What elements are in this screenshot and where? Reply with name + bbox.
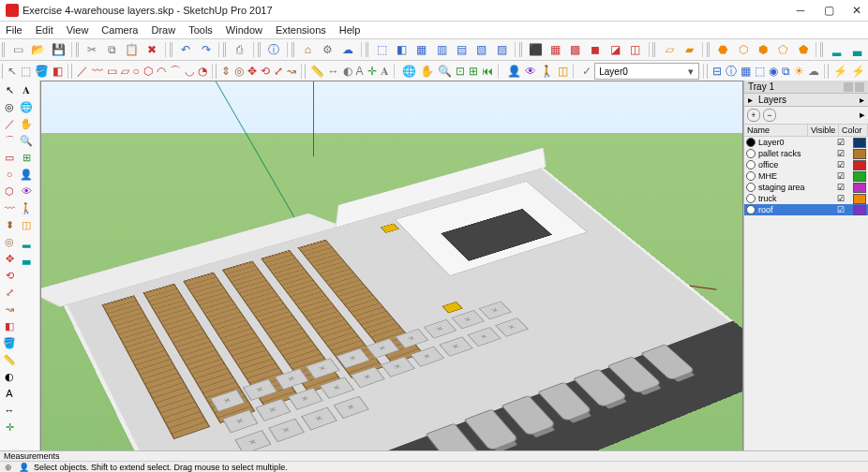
2pt-arc-icon[interactable]: ⌒	[169, 62, 182, 81]
layer-current-radio[interactable]	[746, 160, 756, 170]
3dwarehouse-icon[interactable]: ☁	[338, 40, 356, 59]
paint-icon[interactable]: 🪣	[34, 62, 50, 81]
cut-icon[interactable]: ✂	[83, 40, 101, 59]
line-tool-icon[interactable]: ／	[2, 116, 17, 131]
arc-icon[interactable]: ◠	[156, 62, 167, 81]
layer-current-radio[interactable]	[746, 171, 756, 181]
protractor-icon[interactable]: ◐	[342, 62, 353, 81]
chevron-down-icon[interactable]: ▾	[685, 66, 696, 78]
layers-detail-menu-icon[interactable]: ▸	[860, 109, 865, 122]
undo-icon[interactable]: ↶	[177, 40, 195, 59]
layer-visible-checkbox[interactable]: ☑	[829, 138, 853, 147]
sandbox-tool1-icon[interactable]: ▂	[19, 234, 34, 249]
freehand-tool-icon[interactable]: 〰	[2, 200, 17, 215]
add-layer-button[interactable]: +	[747, 109, 760, 122]
current-layer-input[interactable]	[597, 66, 685, 78]
text-tool-icon[interactable]: A	[2, 386, 17, 401]
sandbox-2-icon[interactable]: ▃	[848, 40, 866, 59]
menu-file[interactable]: File	[4, 23, 24, 37]
protractor-tool-icon[interactable]: ◐	[2, 369, 17, 384]
walk-icon[interactable]: 🚶	[539, 62, 555, 81]
3d-viewport[interactable]	[40, 81, 743, 451]
menu-edit[interactable]: Edit	[34, 23, 55, 37]
entity-info-icon[interactable]: ⓘ	[725, 62, 738, 81]
maximize-button[interactable]: ▢	[823, 5, 834, 16]
followme-tool-icon[interactable]: ↝	[2, 302, 17, 317]
new-icon[interactable]: ▭	[9, 40, 27, 59]
select-tool-icon[interactable]: ↖	[2, 82, 17, 97]
move-icon[interactable]: ✥	[247, 62, 258, 81]
layer-visible-checkbox[interactable]: ☑	[829, 183, 853, 192]
make-component-icon[interactable]: ⬚	[20, 62, 32, 81]
back-edges-icon[interactable]: ▰	[681, 40, 698, 59]
tape-tool-icon[interactable]: 📏	[2, 352, 17, 367]
orbit-icon[interactable]: 🌐	[401, 62, 417, 81]
circle-tool-icon[interactable]: ○	[2, 167, 17, 182]
panel-menu-icon[interactable]: ▸	[860, 95, 864, 105]
section-tool-icon[interactable]: ◫	[19, 217, 34, 232]
pie-icon[interactable]: ◔	[197, 62, 208, 81]
paint-tool-icon[interactable]: 🪣	[2, 335, 17, 350]
open-icon[interactable]: 📂	[29, 40, 47, 59]
paste-icon[interactable]: 📋	[123, 40, 141, 59]
axes-icon[interactable]: ✛	[367, 62, 378, 81]
sandbox-1-icon[interactable]: ▂	[828, 40, 846, 59]
layer-current-radio[interactable]	[746, 194, 756, 203]
dynamic-1-icon[interactable]: ⚡	[832, 62, 848, 81]
shadows-icon[interactable]: ☀	[793, 62, 805, 81]
3dtext-icon[interactable]: 𝐀	[380, 62, 390, 81]
camera-standard-icon[interactable]: ⬚	[372, 40, 390, 59]
save-icon[interactable]: 💾	[50, 40, 67, 59]
menu-extensions[interactable]: Extensions	[274, 23, 328, 37]
position-cam-tool-icon[interactable]: 👤	[19, 167, 34, 182]
rotate-tool-icon[interactable]: ⟲	[2, 268, 17, 283]
layer-color-swatch[interactable]	[853, 138, 866, 148]
dynamic-2-icon[interactable]: ⚡	[850, 62, 866, 81]
zoom-ext-tool-icon[interactable]: ⊞	[19, 150, 34, 165]
rotated-rect-icon[interactable]: ▱	[120, 62, 130, 81]
section-icon[interactable]: ◫	[557, 62, 569, 81]
close-button[interactable]: ✕	[851, 5, 862, 16]
redo-icon[interactable]: ↷	[197, 40, 215, 59]
sandbox-tool2-icon[interactable]: ▃	[19, 251, 34, 266]
materials-icon[interactable]: ▦	[740, 62, 752, 81]
camera-left-icon[interactable]: ▨	[492, 40, 510, 59]
look-around-icon[interactable]: 👁	[524, 62, 537, 81]
layer-row[interactable]: Layer0☑	[744, 137, 868, 148]
layer-current-radio[interactable]	[746, 205, 756, 214]
layer-visible-checkbox[interactable]: ☑	[829, 205, 853, 214]
layer-current-radio[interactable]	[746, 183, 756, 192]
tray-close-icon[interactable]	[855, 82, 864, 92]
3dtext-tool-icon[interactable]: 𝐀	[19, 82, 34, 97]
menu-camera[interactable]: Camera	[99, 23, 140, 37]
pushpull-tool-icon[interactable]: ⬍	[2, 217, 17, 232]
scale-tool-icon[interactable]: ⤢	[2, 285, 17, 300]
circle-icon[interactable]: ○	[132, 62, 141, 81]
offset-icon[interactable]: ◎	[233, 62, 245, 81]
delete-icon[interactable]: ✖	[143, 40, 161, 59]
layer-row[interactable]: staging area☑	[744, 182, 868, 193]
fog-icon[interactable]: ☁	[807, 62, 820, 81]
zoom-window-icon[interactable]: ⊡	[455, 62, 466, 81]
dimension-icon[interactable]: ↔	[327, 62, 340, 81]
current-layer-selector[interactable]: ▾	[594, 63, 699, 80]
polygon-tool-icon[interactable]: ⬡	[2, 184, 17, 199]
menu-view[interactable]: View	[65, 23, 91, 37]
scenes-icon[interactable]: ⧉	[781, 62, 791, 81]
components-icon[interactable]: ⬚	[754, 62, 766, 81]
offset-tool-icon[interactable]: ◎	[2, 234, 17, 249]
camera-right-icon[interactable]: ▤	[453, 40, 471, 59]
layers-panel-header[interactable]: ▸ Layers ▸	[744, 94, 868, 107]
rectangle-icon[interactable]: ▭	[106, 62, 118, 81]
pan-icon[interactable]: ✋	[419, 62, 435, 81]
look-tool-icon[interactable]: 👁	[19, 184, 34, 199]
solid-subtract-icon[interactable]: ⬡	[734, 40, 752, 59]
camera-iso-icon[interactable]: ◧	[393, 40, 411, 59]
geolocation-icon[interactable]: ⊕	[4, 463, 13, 472]
zoom-extents-icon[interactable]: ⊞	[468, 62, 479, 81]
layer-color-swatch[interactable]	[853, 194, 866, 204]
menu-window[interactable]: Window	[224, 23, 264, 37]
axes-tool-icon[interactable]: ✛	[2, 420, 17, 435]
solid-intersect-icon[interactable]: ⬠	[774, 40, 792, 59]
camera-back-icon[interactable]: ▧	[472, 40, 490, 59]
